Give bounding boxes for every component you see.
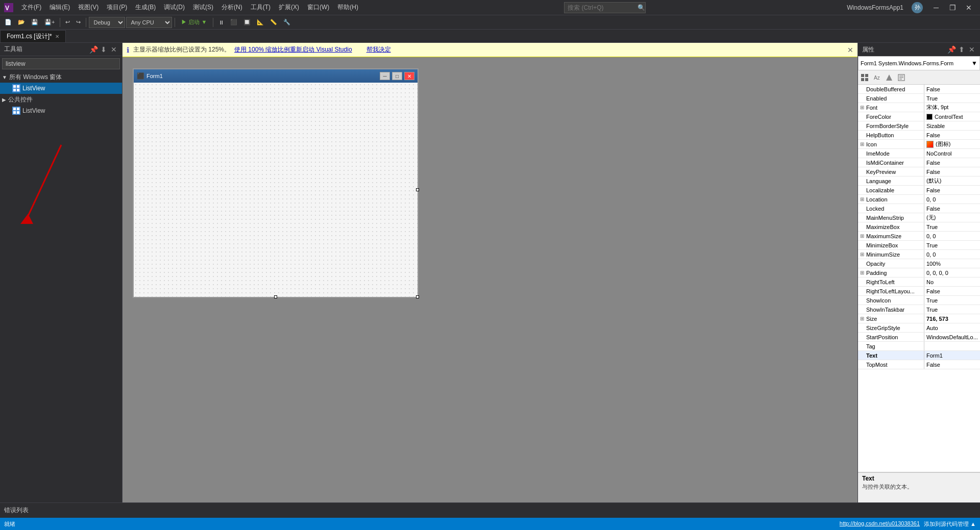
save-button[interactable]: 💾 <box>29 17 41 28</box>
category-expand-icon: ▼ <box>2 74 7 80</box>
menu-tools[interactable]: 工具(T) <box>247 1 275 14</box>
prop-row-minimizebox[interactable]: MinimizeBox True <box>858 241 980 250</box>
props-proppage-button[interactable] <box>896 72 907 83</box>
restore-button[interactable]: ❐ <box>945 3 960 13</box>
prop-row-icon[interactable]: ⊞Icon (图标) <box>858 140 980 149</box>
menu-edit[interactable]: 编辑(E) <box>45 1 74 14</box>
prop-row-language[interactable]: Language (默认) <box>858 176 980 186</box>
tab-form1-design[interactable]: Form1.cs [设计]* ✕ <box>0 30 66 42</box>
form1-maximize-button[interactable]: □ <box>392 72 402 80</box>
tab-bar: Form1.cs [设计]* ✕ <box>0 30 980 43</box>
prop-row-righttoleftlayout[interactable]: RightToLeftLayou... False <box>858 287 980 296</box>
tab-close-icon[interactable]: ✕ <box>55 34 59 39</box>
prop-row-tag[interactable]: Tag <box>858 342 980 351</box>
prop-row-size[interactable]: ⊞Size 716, 573 <box>858 314 980 323</box>
form1-minimize-button[interactable]: ─ <box>380 72 390 80</box>
object-selector[interactable]: Form1 System.Windows.Forms.Form ▼ <box>858 56 980 70</box>
toolbar-icon-6[interactable]: 🔧 <box>281 17 293 28</box>
close-button[interactable]: ✕ <box>962 3 976 13</box>
undo-button[interactable]: ↩ <box>63 17 72 28</box>
prop-row-locked[interactable]: Locked False <box>858 204 980 213</box>
form1-body[interactable] <box>134 83 418 297</box>
debug-config-dropdown[interactable]: Debug Release <box>89 17 125 28</box>
prop-row-maximumsize[interactable]: ⊞MaximumSize 0, 0 <box>858 232 980 241</box>
minimize-button[interactable]: ─ <box>929 3 943 13</box>
save-all-button[interactable]: 💾+ <box>42 17 57 28</box>
menu-test[interactable]: 测试(S) <box>189 1 217 14</box>
menu-help[interactable]: 帮助(H) <box>333 1 362 14</box>
status-url[interactable]: http://blog.csdn.net/u013038361 <box>840 520 920 528</box>
prop-row-imemode[interactable]: ImeMode NoControl <box>858 149 980 158</box>
toolbox-item-listview-2[interactable]: ListView <box>0 105 122 116</box>
start-button[interactable]: ▶ 启动 ▼ <box>178 17 210 28</box>
menu-extensions[interactable]: 扩展(X) <box>275 1 303 14</box>
prop-row-showicon[interactable]: ShowIcon True <box>858 296 980 305</box>
toolbar-icon-2[interactable]: ⬛ <box>228 17 240 28</box>
prop-row-righttoleft[interactable]: RightToLeft No <box>858 277 980 287</box>
prop-row-opacity[interactable]: Opacity 100% <box>858 259 980 268</box>
props-events-button[interactable] <box>884 72 895 83</box>
menu-analyze[interactable]: 分析(N) <box>217 1 247 14</box>
props-pin-button[interactable]: 📌 <box>947 45 955 54</box>
open-file-button[interactable]: 📂 <box>15 17 28 28</box>
menu-view[interactable]: 视图(V) <box>74 1 103 14</box>
toolbox-category-all-windows: ▼ 所有 Windows 窗体 ListView <box>0 71 122 94</box>
prop-row-padding[interactable]: ⊞Padding 0, 0, 0, 0 <box>858 268 980 277</box>
resize-handle-right-center[interactable] <box>416 188 419 191</box>
menu-debug[interactable]: 调试(D) <box>160 1 189 14</box>
designer-area[interactable]: ℹ 主显示器缩放比例已设置为 125%。 使用 100% 缩放比例重新启动 Vi… <box>122 43 857 502</box>
resize-handle-bottom-right[interactable] <box>416 295 419 298</box>
window-controls: ─ ❐ ✕ <box>929 3 976 13</box>
svg-marker-3 <box>20 214 33 224</box>
toolbox-item-listview-1[interactable]: ListView <box>0 83 122 94</box>
prop-row-ismdicontainer[interactable]: IsMdiContainer False <box>858 158 980 167</box>
prop-row-helpbutton[interactable]: HelpButton False <box>858 131 980 140</box>
prop-row-mainmenustrip[interactable]: MainMenuStrip (无) <box>858 213 980 222</box>
prop-row-sizegripstyle[interactable]: SizeGripStyle Auto <box>858 323 980 333</box>
prop-row-showintaskbar[interactable]: ShowInTaskbar True <box>858 305 980 314</box>
toolbar-icon-5[interactable]: 📏 <box>267 17 280 28</box>
props-close-button[interactable]: ✕ <box>968 45 976 54</box>
menu-build[interactable]: 生成(B) <box>131 1 160 14</box>
prop-row-doublebuffered[interactable]: DoubleBuffered False <box>858 85 980 94</box>
toolbox-expand-button[interactable]: ⬇ <box>100 45 108 54</box>
prop-row-font[interactable]: ⊞Font 宋体, 9pt <box>858 103 980 112</box>
toolbar-icon-4[interactable]: 📐 <box>254 17 266 28</box>
menu-file[interactable]: 文件(F) <box>17 1 45 14</box>
toolbox-search-input[interactable] <box>2 58 120 69</box>
toolbar-icon-1[interactable]: ⏸ <box>216 17 227 28</box>
form1-icon: ⬛ <box>137 72 144 80</box>
prop-row-topmost[interactable]: TopMost False <box>858 360 980 369</box>
new-project-button[interactable]: 📄 <box>2 17 14 28</box>
props-alpha-button[interactable]: Az <box>871 72 883 83</box>
props-expand-button[interactable]: ⬆ <box>958 45 966 54</box>
prop-row-forecolor[interactable]: ForeColor ControlText <box>858 112 980 121</box>
info-link-restart[interactable]: 使用 100% 缩放比例重新启动 Visual Studio <box>234 45 352 54</box>
info-close-button[interactable]: ✕ <box>847 46 853 54</box>
prop-row-text[interactable]: Text Form1 <box>858 351 980 360</box>
prop-row-location[interactable]: ⊞Location 0, 0 <box>858 195 980 204</box>
prop-row-startposition[interactable]: StartPosition WindowsDefaultLo... <box>858 333 980 342</box>
prop-row-localizable[interactable]: Localizable False <box>858 186 980 195</box>
resize-handle-bottom-center[interactable] <box>274 295 277 298</box>
status-bar: 就绪 http://blog.csdn.net/u013038361 添加到源代… <box>0 518 980 530</box>
menu-project[interactable]: 项目(P) <box>103 1 131 14</box>
prop-row-maximizebox[interactable]: MaximizeBox True <box>858 222 980 232</box>
prop-row-keypreview[interactable]: KeyPreview False <box>858 167 980 176</box>
menu-window[interactable]: 窗口(W) <box>303 1 333 14</box>
toolbox-category-header-common[interactable]: ▶ 公共控件 <box>0 94 122 105</box>
form1-window[interactable]: ⬛ Form1 ─ □ ✕ <box>133 68 419 298</box>
prop-row-minimumsize[interactable]: ⊞MinimumSize 0, 0 <box>858 250 980 259</box>
redo-button[interactable]: ↪ <box>74 17 83 28</box>
prop-row-enabled[interactable]: Enabled True <box>858 94 980 103</box>
form1-close-button[interactable]: ✕ <box>404 72 414 80</box>
props-categories-button[interactable] <box>859 72 870 83</box>
platform-dropdown[interactable]: Any CPU <box>126 17 172 28</box>
prop-row-formborderstyle[interactable]: FormBorderStyle Sizable <box>858 121 980 131</box>
toolbar-icon-3[interactable]: 🔲 <box>241 17 253 28</box>
info-link-decide[interactable]: 帮我决定 <box>366 45 391 54</box>
search-input[interactable] <box>564 2 646 13</box>
toolbox-category-header-all[interactable]: ▼ 所有 Windows 窗体 <box>0 71 122 83</box>
toolbox-pin-button[interactable]: 📌 <box>89 45 97 54</box>
toolbox-close-button[interactable]: ✕ <box>110 45 118 54</box>
